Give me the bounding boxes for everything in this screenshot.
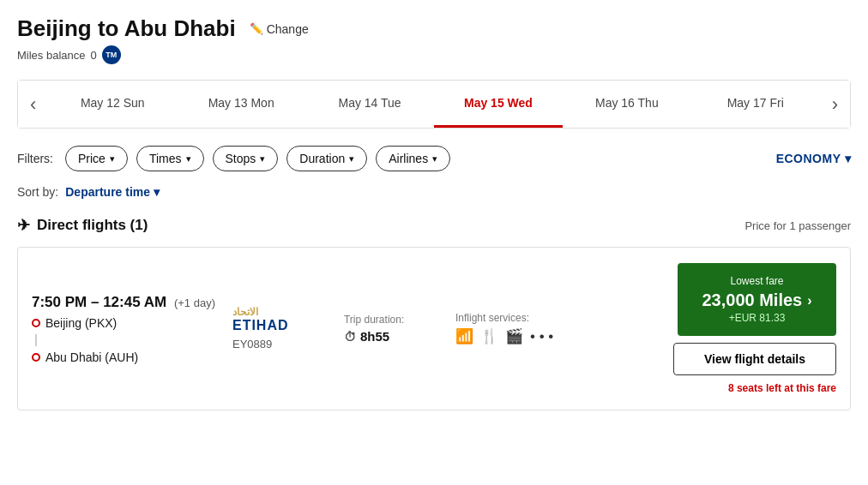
page-wrapper: Beijing to Abu Dhabi ✏️ Change Miles bal… xyxy=(0,0,868,485)
lowest-fare-box[interactable]: Lowest fare 23,000 Miles › +EUR 81.33 xyxy=(678,263,836,336)
etihad-english-text: ETIHAD xyxy=(232,318,289,333)
miles-price: 23,000 Miles › xyxy=(693,290,821,310)
clock-icon: ⏱ xyxy=(344,330,356,344)
flight-time: 7:50 PM – 12:45 AM (+1 day) xyxy=(32,294,215,311)
airline-logo: الاتحاد ETIHAD xyxy=(232,307,289,333)
meal-icon: 🍴 xyxy=(480,327,498,345)
section-header: ✈ Direct flights (1) Price for 1 passeng… xyxy=(17,216,851,235)
date-selector: ‹ May 12 Sun May 13 Mon May 14 Tue May 1… xyxy=(17,80,851,129)
date-prev-button[interactable]: ‹ xyxy=(18,81,48,128)
filter-times-label: Times xyxy=(149,152,182,165)
route-points: Beijing (PKX) Abu Dhabi (AUH) xyxy=(32,316,215,364)
sort-label: Sort by: xyxy=(17,185,58,199)
sort-value-text: Departure time xyxy=(65,185,150,199)
inflight-col: Inflight services: 📶 🍴 🎬 • • • xyxy=(455,312,567,345)
filter-stops-label: Stops xyxy=(226,152,256,165)
view-details-button[interactable]: View flight details xyxy=(673,343,836,375)
filter-price-label: Price xyxy=(78,152,105,165)
time-range: 7:50 PM – 12:45 AM xyxy=(32,294,166,310)
etihad-arabic-text: الاتحاد xyxy=(232,307,289,318)
wifi-icon: 📶 xyxy=(455,327,473,345)
filters-row: Filters: Price ▾ Times ▾ Stops ▾ Duratio… xyxy=(17,146,851,171)
miles-amount: 23,000 Miles xyxy=(702,290,802,310)
entertainment-icon: 🎬 xyxy=(505,327,523,345)
filters-label: Filters: xyxy=(17,152,53,165)
date-tab-5[interactable]: May 17 Fri xyxy=(691,81,820,128)
sort-chevron-icon: ▾ xyxy=(154,185,160,199)
economy-chevron-icon: ▾ xyxy=(845,152,852,165)
inflight-icons: 📶 🍴 🎬 • • • xyxy=(455,327,567,345)
price-chevron-icon: ▾ xyxy=(110,153,115,165)
flight-card: 7:50 PM – 12:45 AM (+1 day) Beijing (PKX… xyxy=(17,247,851,410)
page-title: Beijing to Abu Dhabi xyxy=(17,15,236,42)
airline-col: الاتحاد ETIHAD EY0889 xyxy=(232,307,327,351)
etihad-logo-wrap: الاتحاد ETIHAD xyxy=(232,307,289,333)
plane-icon: ✈ xyxy=(17,216,30,235)
dest-name: Abu Dhabi (AUH) xyxy=(45,350,138,364)
date-tab-0[interactable]: May 12 Sun xyxy=(48,81,177,128)
filter-price-button[interactable]: Price ▾ xyxy=(65,146,128,171)
filter-duration-label: Duration xyxy=(299,152,345,165)
filter-duration-button[interactable]: Duration ▾ xyxy=(286,146,367,171)
plus-day: (+1 day) xyxy=(174,296,215,309)
economy-label: ECONOMY xyxy=(776,152,841,165)
origin-name: Beijing (PKX) xyxy=(45,316,117,330)
miles-row: Miles balance 0 TM xyxy=(17,45,851,64)
miles-value: 0 xyxy=(91,49,97,62)
filter-stops-button[interactable]: Stops ▾ xyxy=(213,146,279,171)
seats-left: 8 seats left at this fare xyxy=(728,382,836,394)
miles-label: Miles balance xyxy=(17,49,86,62)
pencil-icon: ✏️ xyxy=(250,22,263,35)
arrow-icon: › xyxy=(807,293,811,308)
date-tabs: May 12 Sun May 13 Mon May 14 Tue May 15 … xyxy=(48,81,819,128)
date-tab-4[interactable]: May 16 Thu xyxy=(563,81,691,128)
date-tab-1[interactable]: May 13 Mon xyxy=(177,81,305,128)
dest-dot xyxy=(32,353,40,362)
more-services-icon: • • • xyxy=(530,328,553,345)
miles-badge: TM xyxy=(102,45,121,64)
section-title-text: Direct flights (1) xyxy=(37,217,148,234)
header-row: Beijing to Abu Dhabi ✏️ Change xyxy=(17,15,851,42)
section-title: ✈ Direct flights (1) xyxy=(17,216,148,235)
duration-chevron-icon: ▾ xyxy=(349,153,354,165)
duration-col: Trip duration: ⏱ 8h55 xyxy=(344,314,438,344)
stops-chevron-icon: ▾ xyxy=(260,153,265,165)
economy-button[interactable]: ECONOMY ▾ xyxy=(776,152,851,165)
price-note: Price for 1 passenger xyxy=(744,219,851,232)
origin-point: Beijing (PKX) xyxy=(32,316,215,330)
lowest-fare-label: Lowest fare xyxy=(693,275,821,287)
filter-airlines-button[interactable]: Airlines ▾ xyxy=(376,146,450,171)
change-link[interactable]: ✏️ Change xyxy=(250,22,309,36)
eur-price: +EUR 81.33 xyxy=(693,312,821,324)
inflight-label: Inflight services: xyxy=(455,312,567,324)
filter-times-button[interactable]: Times ▾ xyxy=(136,146,204,171)
sort-row: Sort by: Departure time ▾ xyxy=(17,185,851,199)
flight-left: 7:50 PM – 12:45 AM (+1 day) Beijing (PKX… xyxy=(32,294,215,364)
duration-value: ⏱ 8h55 xyxy=(344,329,438,344)
price-col: Lowest fare 23,000 Miles › +EUR 81.33 Vi… xyxy=(673,263,836,394)
flight-number: EY0889 xyxy=(232,338,272,350)
times-chevron-icon: ▾ xyxy=(186,153,191,165)
sort-value[interactable]: Departure time ▾ xyxy=(65,185,160,199)
dest-point: Abu Dhabi (AUH) xyxy=(32,350,215,364)
date-tab-3[interactable]: May 15 Wed xyxy=(434,81,563,128)
date-tab-2[interactable]: May 14 Tue xyxy=(305,81,434,128)
airlines-chevron-icon: ▾ xyxy=(432,153,437,165)
route-line xyxy=(35,334,37,346)
duration-text: 8h55 xyxy=(360,329,389,344)
date-next-button[interactable]: › xyxy=(820,81,850,128)
change-label: Change xyxy=(267,22,309,36)
origin-dot xyxy=(32,319,40,327)
trip-duration-label: Trip duration: xyxy=(344,314,438,326)
filter-airlines-label: Airlines xyxy=(389,152,428,165)
